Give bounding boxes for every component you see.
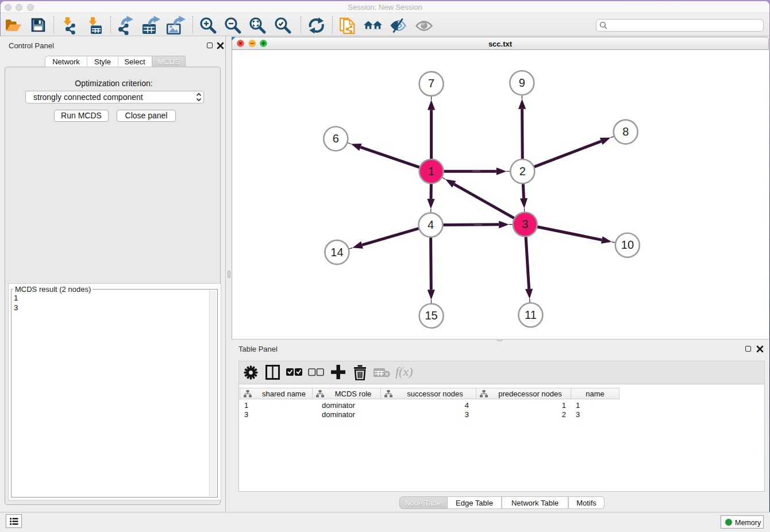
- svg-text:10: 10: [621, 238, 634, 251]
- svg-text:6: 6: [333, 132, 339, 145]
- svg-text:1: 1: [428, 165, 434, 178]
- svg-text:9: 9: [519, 76, 525, 89]
- svg-text:2: 2: [519, 165, 526, 178]
- svg-text:15: 15: [425, 309, 437, 322]
- svg-text:14: 14: [330, 246, 343, 259]
- svg-text:4: 4: [428, 218, 434, 231]
- svg-text:7: 7: [428, 77, 434, 90]
- svg-text:11: 11: [525, 309, 537, 321]
- svg-text:8: 8: [622, 125, 629, 138]
- svg-text:3: 3: [522, 218, 528, 230]
